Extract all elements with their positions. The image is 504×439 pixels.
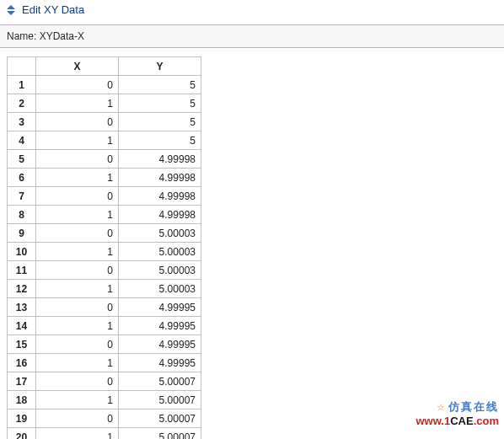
row-index: 7 xyxy=(8,187,36,206)
svg-marker-1 xyxy=(7,11,15,15)
cell-x[interactable]: 1 xyxy=(36,428,119,440)
xy-data-table[interactable]: X Y 105215305415504.99998614.99998704.99… xyxy=(7,56,201,439)
cell-x[interactable]: 1 xyxy=(36,169,119,187)
row-index: 8 xyxy=(8,206,36,224)
table-row[interactable]: 305 xyxy=(8,113,201,131)
cell-y[interactable]: 5 xyxy=(119,113,201,131)
row-index: 6 xyxy=(8,169,36,187)
row-index: 15 xyxy=(8,335,36,354)
row-index: 14 xyxy=(8,317,36,335)
cell-x[interactable]: 0 xyxy=(36,113,119,131)
cell-x[interactable]: 1 xyxy=(36,354,119,372)
table-row[interactable]: 1015.00003 xyxy=(8,243,201,261)
table-row[interactable]: 1905.00007 xyxy=(8,410,201,428)
xy-table-area: X Y 105215305415504.99998614.99998704.99… xyxy=(0,48,504,439)
row-index: 13 xyxy=(8,298,36,317)
table-row[interactable]: 1705.00007 xyxy=(8,372,201,391)
cell-y[interactable]: 5 xyxy=(119,94,201,113)
svg-marker-0 xyxy=(7,5,15,9)
table-row[interactable]: 704.99998 xyxy=(8,187,201,206)
cell-y[interactable]: 5.00007 xyxy=(119,410,201,428)
table-row[interactable]: 415 xyxy=(8,131,201,150)
row-index: 17 xyxy=(8,372,36,391)
cell-y[interactable]: 4.99998 xyxy=(119,150,201,169)
cell-y[interactable]: 4.99998 xyxy=(119,169,201,187)
name-value: XYData-X xyxy=(40,30,84,42)
table-row[interactable]: 1614.99995 xyxy=(8,354,201,372)
cell-y[interactable]: 4.99998 xyxy=(119,206,201,224)
cell-x[interactable]: 0 xyxy=(36,224,119,243)
header-y: Y xyxy=(119,57,201,76)
header-index xyxy=(8,57,36,76)
cell-y[interactable]: 4.99995 xyxy=(119,335,201,354)
row-index: 11 xyxy=(8,261,36,280)
cell-x[interactable]: 1 xyxy=(36,317,119,335)
row-index: 12 xyxy=(8,280,36,298)
table-row[interactable]: 105 xyxy=(8,76,201,94)
cell-y[interactable]: 5.00003 xyxy=(119,261,201,280)
cell-x[interactable]: 0 xyxy=(36,187,119,206)
cell-x[interactable]: 1 xyxy=(36,131,119,150)
table-row[interactable]: 1414.99995 xyxy=(8,317,201,335)
table-row[interactable]: 2015.00007 xyxy=(8,428,201,440)
cell-y[interactable]: 4.99995 xyxy=(119,354,201,372)
cell-y[interactable]: 5 xyxy=(119,76,201,94)
row-index: 3 xyxy=(8,113,36,131)
row-index: 4 xyxy=(8,131,36,150)
row-index: 20 xyxy=(8,428,36,440)
table-row[interactable]: 1215.00003 xyxy=(8,280,201,298)
cell-y[interactable]: 5.00007 xyxy=(119,391,201,410)
name-bar: Name: XYData-X xyxy=(0,24,504,48)
row-index: 18 xyxy=(8,391,36,410)
row-index: 16 xyxy=(8,354,36,372)
cell-x[interactable]: 1 xyxy=(36,391,119,410)
cell-x[interactable]: 0 xyxy=(36,298,119,317)
title-bar: Edit XY Data xyxy=(0,0,504,19)
row-index: 19 xyxy=(8,410,36,428)
cell-x[interactable]: 0 xyxy=(36,150,119,169)
cell-x[interactable]: 0 xyxy=(36,261,119,280)
cell-x[interactable]: 0 xyxy=(36,335,119,354)
table-row[interactable]: 614.99998 xyxy=(8,169,201,187)
cell-x[interactable]: 0 xyxy=(36,410,119,428)
table-row[interactable]: 814.99998 xyxy=(8,206,201,224)
row-index: 9 xyxy=(8,224,36,243)
table-row[interactable]: 504.99998 xyxy=(8,150,201,169)
cell-y[interactable]: 5.00003 xyxy=(119,280,201,298)
row-index: 5 xyxy=(8,150,36,169)
row-index: 10 xyxy=(8,243,36,261)
cell-y[interactable]: 5.00003 xyxy=(119,224,201,243)
cell-y[interactable]: 5.00007 xyxy=(119,372,201,391)
table-row[interactable]: 905.00003 xyxy=(8,224,201,243)
row-index: 2 xyxy=(8,94,36,113)
cell-x[interactable]: 0 xyxy=(36,372,119,391)
cell-x[interactable]: 1 xyxy=(36,94,119,113)
cell-x[interactable]: 1 xyxy=(36,280,119,298)
cell-x[interactable]: 0 xyxy=(36,76,119,94)
cell-y[interactable]: 4.99998 xyxy=(119,187,201,206)
cell-x[interactable]: 1 xyxy=(36,206,119,224)
cell-y[interactable]: 4.99995 xyxy=(119,317,201,335)
cell-y[interactable]: 4.99995 xyxy=(119,298,201,317)
row-index: 1 xyxy=(8,76,36,94)
table-row[interactable]: 215 xyxy=(8,94,201,113)
table-row[interactable]: 1815.00007 xyxy=(8,391,201,410)
cell-x[interactable]: 1 xyxy=(36,243,119,261)
cell-y[interactable]: 5.00007 xyxy=(119,428,201,440)
cell-y[interactable]: 5 xyxy=(119,131,201,150)
window-title: Edit XY Data xyxy=(22,3,84,16)
table-row[interactable]: 1105.00003 xyxy=(8,261,201,280)
name-label: Name: xyxy=(7,30,36,42)
cell-y[interactable]: 5.00003 xyxy=(119,243,201,261)
table-row[interactable]: 1304.99995 xyxy=(8,298,201,317)
table-row[interactable]: 1504.99995 xyxy=(8,335,201,354)
header-x: X xyxy=(36,57,119,76)
app-icon xyxy=(5,4,17,16)
table-header-row: X Y xyxy=(8,57,201,76)
